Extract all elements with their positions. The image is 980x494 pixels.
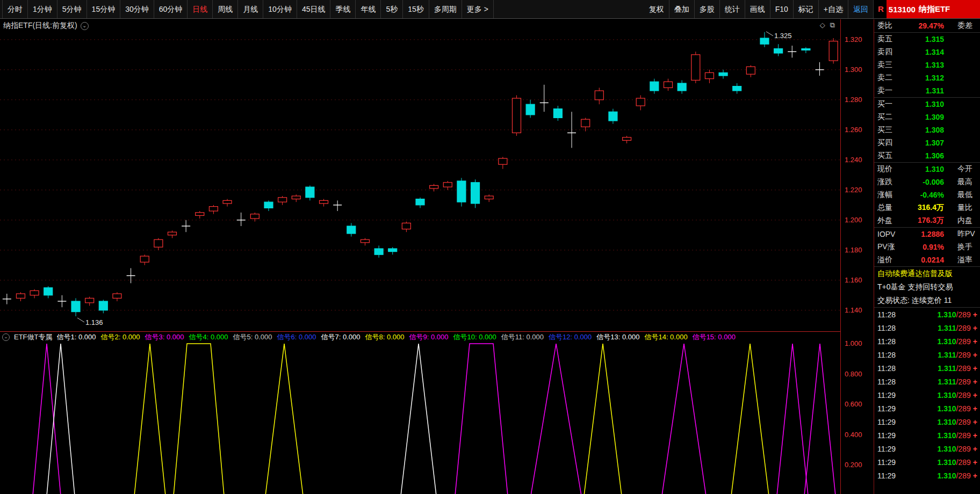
tool-item[interactable]: 复权 [644,0,669,18]
tick-row[interactable]: 11:281.311/289+ [874,361,980,375]
bid-row[interactable]: 买二1.309 [874,111,980,124]
period-item[interactable]: 10分钟 [263,0,297,18]
tool-item[interactable]: 返回 [848,0,874,18]
indicator-name[interactable]: ETF做T专属 [14,332,53,342]
chart-title-row: 纳指ETF(日线:前复权) ⌄ [3,21,89,31]
tick-row[interactable]: 11:291.310/289+ [874,428,980,442]
period-list: 分时1分钟5分钟15分钟30分钟60分钟日线周线月线10分钟45日线季线年线5秒… [0,0,494,18]
tick-price: 1.310 [938,431,956,440]
tick-row[interactable]: 11:281.311/289+ [874,375,980,388]
tool-item[interactable]: 统计 [720,0,745,18]
tick-row[interactable]: 11:291.310/289+ [874,388,980,402]
tick-volume: /289 [956,391,971,399]
stock-name: 纳指ETF [919,4,950,14]
bid-row[interactable]: 买五1.306 [874,149,980,162]
quote-row: 涨跌-0.006最高 [874,176,980,188]
signal-label: 信号15: 0.000 [693,332,736,342]
tick-row[interactable]: 11:281.310/289+ [874,308,980,321]
tick-time: 11:29 [877,431,896,440]
ask-row[interactable]: 卖一1.311 [874,84,980,97]
quote-row: 现价1.310今开 [874,163,980,176]
renewal-ad-link[interactable]: 自动续费通达信普及版 [874,267,980,280]
signal-label: 信号11: 0.000 [501,332,544,342]
quote-label-2: 溢率 [957,255,980,265]
kline-chart[interactable]: 1.3251.136 纳指ETF(日线:前复权) ⌄ ◇ ⧉ [0,19,840,331]
ask-row[interactable]: 卖五1.315 [874,33,980,46]
tick-row[interactable]: 11:281.310/289+ [874,335,980,348]
tool-item[interactable]: 标记 [794,0,819,18]
tick-direction: + [973,377,977,386]
bid-row[interactable]: 买四1.307 [874,136,980,149]
bid-row[interactable]: 买一1.310 [874,98,980,111]
indicator-chevron-icon[interactable]: ⌄ [2,333,10,341]
chevron-down-icon[interactable]: ⌄ [81,22,89,30]
tool-item[interactable]: 叠加 [669,0,695,18]
signal-label: 信号14: 0.000 [644,332,687,342]
bid-row[interactable]: 买三1.308 [874,124,980,136]
tick-direction: + [973,458,977,467]
tick-price: 1.310 [938,337,956,346]
quote-value: 0.91% [903,243,944,251]
tick-row[interactable]: 11:291.310/289+ [874,442,980,455]
tick-price: 1.310 [938,418,956,426]
ask-row-price: 1.315 [903,35,944,43]
signal-label: 信号6: 0.000 [277,332,316,342]
period-item[interactable]: 5分钟 [57,0,87,18]
period-item[interactable]: 更多 > [462,0,494,18]
tick-price: 1.310 [938,404,956,413]
quote-label: 涨幅 [877,190,903,200]
tick-time: 11:28 [877,377,896,386]
tool-item[interactable]: F10 [770,0,794,18]
tool-item[interactable]: 画线 [745,0,770,18]
tick-row[interactable]: 11:291.310/289+ [874,469,980,482]
tick-row[interactable]: 11:281.311/289+ [874,321,980,335]
tick-price: 1.311 [938,377,956,386]
tool-item[interactable]: 多股 [695,0,720,18]
period-item[interactable]: 月线 [238,0,263,18]
tick-direction: + [973,351,977,359]
tick-direction: + [973,337,977,346]
quote-value: -0.006 [903,178,944,186]
stock-banner[interactable]: R 513100 纳指ETF [874,0,980,18]
tick-row[interactable]: 11:291.310/289+ [874,402,980,415]
tool-item[interactable]: +自选 [819,0,848,18]
period-item[interactable]: 5秒 [381,0,403,18]
period-item[interactable]: 年线 [356,0,381,18]
bid-row-price: 1.308 [903,126,944,134]
period-item[interactable]: 60分钟 [154,0,188,18]
period-item[interactable]: 分时 [2,0,28,18]
period-item[interactable]: 日线 [188,0,213,18]
indicator-axis-label: 0.400 [845,431,862,439]
weibi-label: 委比 [877,21,903,31]
signal-label: 信号5: 0.000 [233,332,272,342]
quote-label-2: 昨PV [957,229,980,239]
period-item[interactable]: 15分钟 [87,0,121,18]
tick-row[interactable]: 11:291.310/289+ [874,455,980,469]
indicator-chart[interactable] [0,343,840,494]
ask-row-label: 卖二 [877,73,903,83]
price-axis: 1.3201.3001.2801.2601.2401.2201.2001.180… [840,19,874,494]
period-item[interactable]: 1分钟 [28,0,57,18]
stock-badge: 513100 纳指ETF [887,0,980,18]
quote-label-2: 最低 [957,190,980,200]
tick-volume: /289 [956,418,971,426]
ask-row[interactable]: 卖四1.314 [874,46,980,59]
image-icon[interactable]: ⧉ [830,21,835,30]
period-item[interactable]: 多周期 [429,0,462,18]
ask-row[interactable]: 卖三1.313 [874,59,980,71]
tick-row[interactable]: 11:281.311/289+ [874,348,980,361]
ask-row-label: 卖五 [877,34,903,44]
tick-time: 11:28 [877,310,896,319]
period-item[interactable]: 季线 [330,0,356,18]
ask-list: 卖五1.315卖四1.314卖三1.313卖二1.312卖一1.311 [874,33,980,97]
period-item[interactable]: 周线 [213,0,238,18]
tick-row[interactable]: 11:291.310/289+ [874,415,980,428]
weibi-row: 委比 29.47% 委差 [874,19,980,32]
quote-row: 溢价0.0214溢率 [874,253,980,266]
ask-row[interactable]: 卖二1.312 [874,71,980,84]
period-item[interactable]: 30分钟 [120,0,154,18]
period-item[interactable]: 45日线 [297,0,331,18]
tick-direction: + [973,391,977,399]
period-item[interactable]: 15秒 [403,0,429,18]
diamond-icon[interactable]: ◇ [820,21,825,30]
